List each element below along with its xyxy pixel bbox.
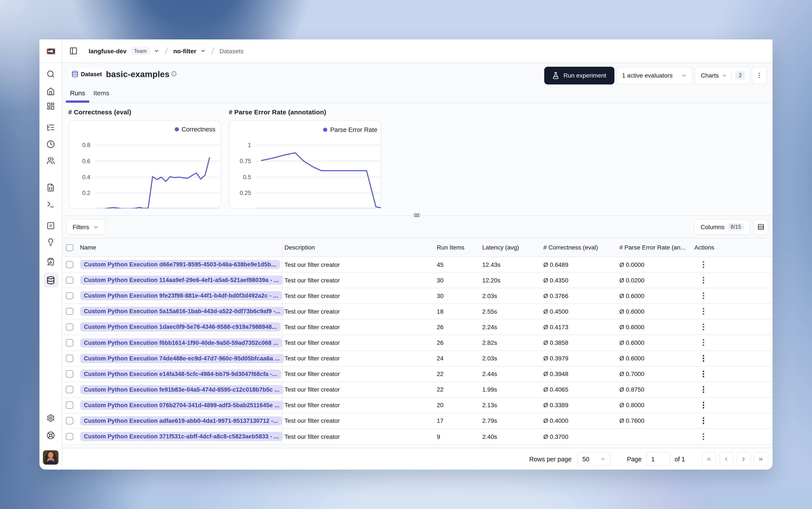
svg-text:0.8: 0.8: [82, 142, 90, 148]
svg-text:0.2: 0.2: [82, 190, 90, 196]
svg-text:0.4: 0.4: [82, 174, 90, 180]
svg-text:Correctness: Correctness: [181, 126, 215, 133]
svg-text:0.6: 0.6: [82, 158, 90, 164]
svg-text:Parse Error Rate: Parse Error Rate: [330, 126, 377, 133]
svg-text:0.25: 0.25: [240, 190, 251, 196]
svg-text:1: 1: [248, 142, 251, 148]
svg-text:0.75: 0.75: [240, 158, 251, 164]
svg-text:0.5: 0.5: [243, 174, 251, 180]
